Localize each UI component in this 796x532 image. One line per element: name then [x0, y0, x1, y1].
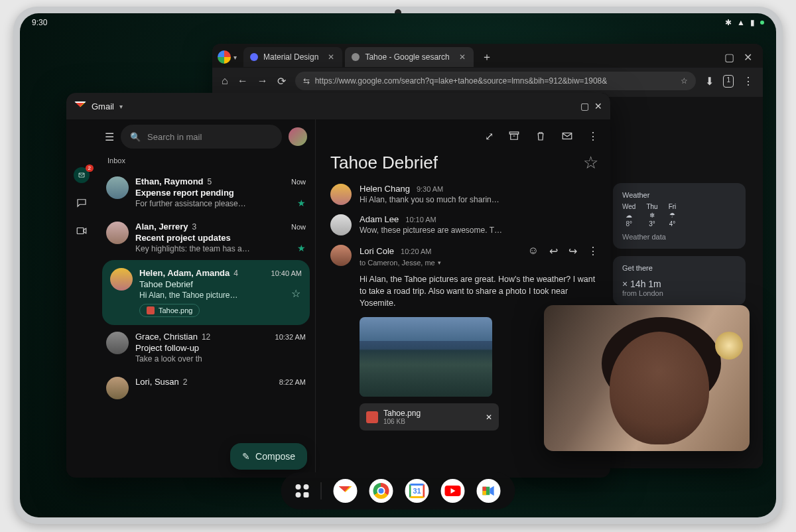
thread-item[interactable]: Grace, Christian1210:32 AM Project follo… — [97, 325, 315, 370]
download-icon[interactable]: ⬇ — [705, 75, 714, 88]
msg-recipients[interactable]: to Cameron, Jesse, me — [360, 259, 435, 267]
chrome-logo-icon — [218, 50, 231, 64]
attachment-preview[interactable] — [360, 317, 492, 397]
gmail-titlebar[interactable]: Gmail ▾ ▢ ✕ — [66, 93, 610, 119]
home-icon[interactable]: ⌂ — [222, 75, 228, 87]
image-file-icon — [147, 306, 155, 314]
search-input[interactable]: 🔍 Search in mail — [121, 125, 282, 149]
message-collapsed[interactable]: Helen Chang9:30 AM Hi Alan, thank you so… — [330, 184, 598, 205]
thread-item[interactable]: Alan, Jerrery3Now Recent project updates… — [97, 215, 315, 260]
back-icon[interactable]: ← — [237, 75, 248, 87]
taskbar-app-youtube[interactable] — [441, 479, 465, 503]
tablet-screen: 9:30 ✱ ▲ ▮ ▾ Material Design ✕ Tah — [20, 13, 776, 517]
get-there-time: × 14h 1m — [622, 279, 736, 289]
weather-temp: 4° — [669, 220, 676, 228]
svg-rect-2 — [563, 133, 572, 139]
window-maximize-icon[interactable]: ▢ — [724, 51, 734, 64]
overflow-menu-icon[interactable]: ⋮ — [588, 245, 598, 257]
archive-icon[interactable] — [508, 130, 520, 142]
status-time: 9:30 — [32, 18, 47, 27]
star-icon[interactable]: ★ — [297, 198, 306, 208]
msg-from: Adam Lee — [360, 214, 399, 224]
close-icon[interactable]: ✕ — [486, 413, 492, 422]
attachment-bar[interactable]: Tahoe.png 106 KB ✕ — [360, 403, 499, 431]
close-icon[interactable]: ✕ — [459, 52, 466, 62]
taskbar-app-calendar[interactable]: 31 — [405, 479, 429, 503]
thread-from: Alan, Jerrery — [135, 222, 188, 232]
tab-material-design[interactable]: Material Design ✕ — [243, 47, 342, 67]
star-icon[interactable]: ★ — [297, 243, 306, 253]
avatar — [330, 245, 352, 266]
taskbar-app-gmail[interactable] — [334, 479, 358, 503]
thread-preview: Key highlights: the team has a… — [135, 244, 306, 253]
compose-button[interactable]: ✎ Compose — [230, 443, 307, 470]
site-settings-icon[interactable]: ⇆ — [303, 76, 310, 86]
close-icon[interactable]: ✕ — [328, 52, 334, 62]
thread-from: Lori, Susan — [135, 377, 179, 387]
app-drawer-icon[interactable] — [296, 484, 309, 498]
attachment-chip[interactable]: Tahoe.png — [139, 304, 200, 317]
forward-icon[interactable]: → — [257, 75, 268, 87]
rail-chat-icon[interactable] — [74, 195, 90, 211]
mark-unread-icon[interactable] — [561, 130, 573, 142]
chevron-down-icon[interactable]: ▾ — [119, 103, 123, 110]
gmail-window[interactable]: Gmail ▾ ▢ ✕ 2 — [66, 93, 610, 478]
thread-time: Now — [291, 178, 306, 186]
thread-from: Helen, Adam, Amanda — [139, 268, 230, 278]
msg-time: 9:30 AM — [417, 185, 443, 193]
tablet-frame: 9:30 ✱ ▲ ▮ ▾ Material Design ✕ Tah — [13, 7, 783, 524]
tabs-count-icon[interactable]: 1 — [723, 75, 734, 88]
bookmark-star-icon[interactable]: ☆ — [681, 76, 688, 86]
gmail-thread-list: ☰ 🔍 Search in mail Inbox Ethan, Raymond5… — [97, 119, 316, 478]
compose-label: Compose — [255, 451, 295, 462]
star-outline-icon[interactable]: ☆ — [583, 153, 598, 173]
gmail-title-label: Gmail — [92, 101, 114, 111]
forward-msg-icon[interactable]: ↪ — [568, 245, 577, 257]
overflow-menu-icon[interactable]: ⋮ — [588, 130, 598, 143]
taskbar-app-meet[interactable] — [477, 479, 501, 503]
chrome-logo-chevron-icon[interactable]: ▾ — [233, 54, 237, 61]
url-bar[interactable]: ⇆ https://www.google.com/search?q=lake+t… — [295, 72, 696, 90]
new-tab-button[interactable]: ＋ — [476, 50, 498, 64]
emoji-icon[interactable]: ☺ — [528, 245, 539, 257]
account-avatar[interactable] — [289, 127, 307, 146]
weather-panel[interactable]: Weather Wed☁8° Thu❄3° Fri☂4° Weather dat… — [613, 183, 746, 249]
get-there-panel[interactable]: Get there × 14h 1m from London — [613, 256, 746, 305]
reload-icon[interactable]: ⟳ — [277, 75, 286, 88]
thread-item[interactable]: Lori, Susan28:22 AM — [97, 370, 315, 406]
tab-favicon-icon — [352, 53, 360, 61]
msg-from: Lori Cole — [360, 246, 394, 256]
thread-from: Grace, Christian — [135, 332, 198, 342]
window-close-icon[interactable]: ✕ — [594, 101, 602, 111]
get-there-title: Get there — [622, 264, 736, 272]
gmail-nav-rail: 2 — [66, 119, 97, 478]
window-close-icon[interactable]: ✕ — [744, 51, 752, 64]
window-maximize-icon[interactable]: ▢ — [580, 101, 589, 111]
taskbar-app-chrome[interactable] — [369, 479, 393, 503]
avatar — [106, 222, 129, 244]
chevron-down-icon[interactable]: ▾ — [438, 259, 441, 266]
thread-subject: Project follow-up — [135, 343, 306, 353]
rail-mail-icon[interactable]: 2 — [74, 167, 90, 183]
weather-cloud-icon: ☁ — [626, 212, 632, 219]
star-outline-icon[interactable]: ☆ — [291, 287, 300, 300]
weather-title: Weather — [622, 191, 736, 199]
thread-subject: Recent project updates — [135, 233, 306, 243]
weather-day: Fri — [669, 203, 677, 210]
rail-meet-icon[interactable] — [74, 223, 90, 239]
message-collapsed[interactable]: Adam Lee10:10 AM Wow, these picturese ar… — [330, 214, 598, 235]
weather-footer: Weather data — [622, 233, 736, 241]
thread-from: Ethan, Raymond — [135, 176, 204, 186]
thread-item-selected[interactable]: Helen, Adam, Amanda410:40 AM Tahoe Debri… — [102, 260, 310, 325]
overflow-menu-icon[interactable]: ⋮ — [743, 75, 754, 88]
tab-tahoe-search[interactable]: Tahoe - Google sesarch ✕ — [345, 47, 473, 67]
expand-icon[interactable]: ⤢ — [485, 130, 494, 143]
attachment-name: Tahoe.png — [159, 306, 192, 314]
msg-time: 10:20 AM — [401, 247, 431, 255]
thread-item[interactable]: Ethan, Raymond5Now Expense report pendin… — [97, 170, 315, 215]
video-pip[interactable] — [544, 305, 750, 451]
reply-icon[interactable]: ↩ — [549, 245, 558, 257]
hamburger-menu-icon[interactable]: ☰ — [105, 131, 114, 143]
delete-icon[interactable] — [535, 130, 547, 142]
weather-temp: 3° — [649, 220, 655, 228]
